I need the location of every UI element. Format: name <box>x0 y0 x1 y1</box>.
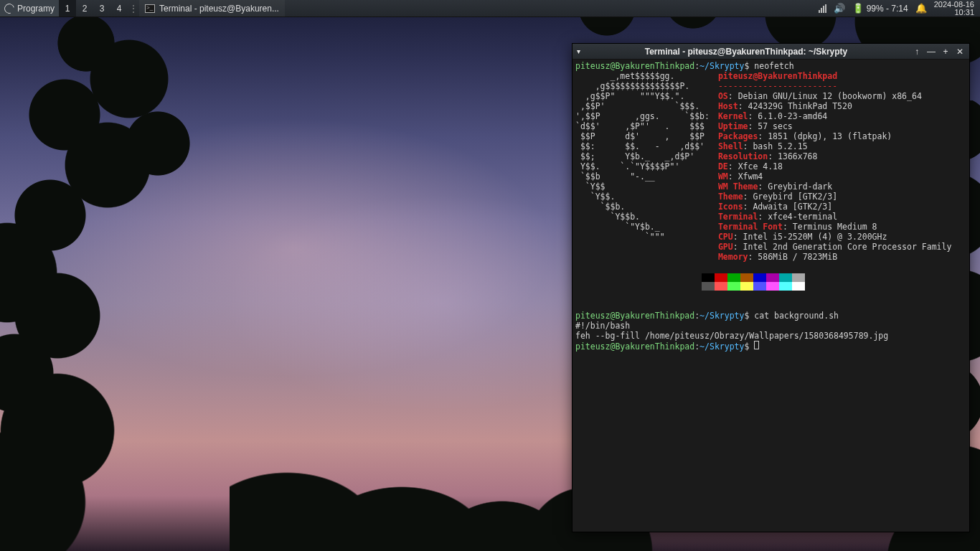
terminal-body[interactable]: piteusz@ByakurenThinkpad:~/Skrypty$ neof… <box>573 60 969 532</box>
prompt-line: piteusz@ByakurenThinkpad:~/Skrypty$ cat … <box>575 311 839 321</box>
volume-icon[interactable]: 🔊 <box>834 3 845 14</box>
color-swatch <box>702 282 715 291</box>
color-swatch <box>779 273 792 282</box>
color-swatch <box>753 282 766 291</box>
cat-output-line1: #!/bin/bash <box>575 321 630 331</box>
applications-menu-label: Programy <box>17 4 55 14</box>
color-swatch <box>702 273 715 282</box>
color-swatch <box>715 273 727 282</box>
keep-above-button[interactable]: ↑ <box>912 47 922 57</box>
panel-clock[interactable]: 2024-08-16 10:31 <box>934 1 974 17</box>
command-neofetch: neofetch <box>754 61 793 71</box>
terminal-icon <box>145 4 155 13</box>
clock-time: 10:31 <box>934 9 974 17</box>
prompt-path: ~/Skrypty <box>699 61 744 71</box>
panel-separator-icon: ⋮ <box>128 4 139 14</box>
color-swatch <box>740 273 753 282</box>
prompt-line: piteusz@ByakurenThinkpad:~/Skrypty$ <box>575 342 759 352</box>
terminal-cursor <box>754 341 759 349</box>
workspace-switcher: 1234 <box>59 0 128 17</box>
taskbar-item-label: Terminal - piteusz@Byakuren... <box>159 4 279 14</box>
prompt-line: piteusz@ByakurenThinkpad:~/Skrypty$ neof… <box>575 61 794 71</box>
color-swatch <box>715 282 727 291</box>
terminal-window[interactable]: ▾ Terminal - piteusz@ByakurenThinkpad: ~… <box>572 43 970 532</box>
close-button[interactable]: ✕ <box>955 47 965 57</box>
color-swatch <box>753 273 766 282</box>
notification-bell-icon[interactable]: 🔔 <box>915 3 927 14</box>
cat-output-line2: feh --bg-fill /home/piteusz/Obrazy/Wallp… <box>575 331 888 341</box>
workspace-1[interactable]: 1 <box>59 0 76 17</box>
prompt-user: piteusz@ByakurenThinkpad <box>575 61 694 71</box>
neofetch-ascii-logo: _,met$$$$$gg. ,g$$$$$$$$$$$$$$$P. ,g$$P"… <box>575 71 710 262</box>
network-icon[interactable] <box>819 4 826 13</box>
color-swatch <box>740 282 753 291</box>
clock-date: 2024-08-16 <box>934 1 974 9</box>
workspace-2[interactable]: 2 <box>76 0 93 17</box>
color-swatches-row1 <box>702 273 966 282</box>
battery-indicator[interactable]: 🔋 99% - 7:14 <box>852 3 908 14</box>
neofetch-info: piteusz@ByakurenThinkpad----------------… <box>718 71 951 262</box>
color-swatch <box>766 282 779 291</box>
color-swatch <box>779 282 792 291</box>
color-swatch <box>727 273 740 282</box>
wallpaper-tree-left <box>0 0 258 551</box>
workspace-3[interactable]: 3 <box>93 0 110 17</box>
debian-logo-icon <box>2 1 16 15</box>
color-swatch <box>792 282 805 291</box>
battery-text: 99% - 7:14 <box>867 4 908 14</box>
taskbar-item-terminal[interactable]: Terminal - piteusz@Byakuren... <box>139 0 285 17</box>
window-menu-icon[interactable]: ▾ <box>577 47 580 55</box>
battery-icon: 🔋 <box>852 3 864 14</box>
xfce-panel: Programy 1234 ⋮ Terminal - piteusz@Byaku… <box>0 0 980 17</box>
color-swatch <box>766 273 779 282</box>
color-swatches-row2 <box>702 282 966 291</box>
maximize-button[interactable]: + <box>941 47 951 57</box>
minimize-button[interactable]: — <box>926 47 936 57</box>
applications-menu[interactable]: Programy <box>0 0 59 17</box>
color-swatch <box>727 282 740 291</box>
window-titlebar[interactable]: ▾ Terminal - piteusz@ByakurenThinkpad: ~… <box>573 44 969 60</box>
command-cat: cat background.sh <box>754 311 839 321</box>
window-title: Terminal - piteusz@ByakurenThinkpad: ~/S… <box>585 47 908 57</box>
workspace-4[interactable]: 4 <box>110 0 128 17</box>
color-swatch <box>792 273 805 282</box>
